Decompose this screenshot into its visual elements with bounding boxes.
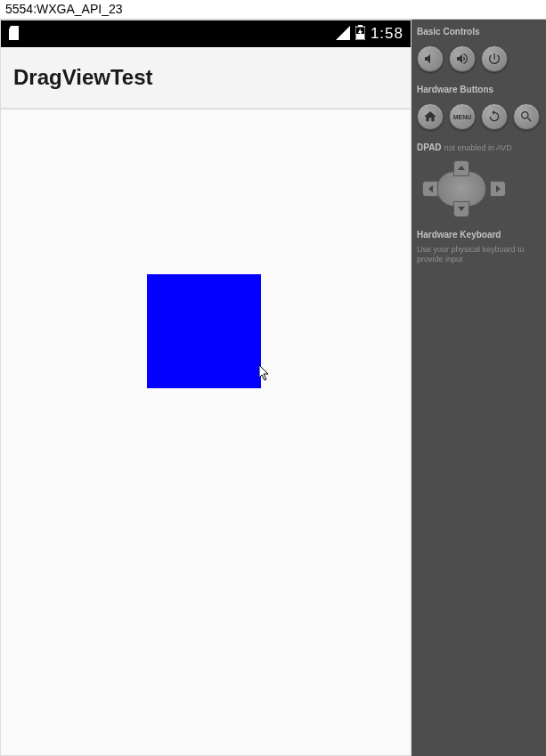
signal-icon (336, 26, 350, 43)
app-content-area[interactable] (1, 110, 411, 755)
svg-rect-2 (356, 34, 364, 39)
dpad-note: not enabled in AVD (444, 143, 511, 152)
app-title: DragViewTest (13, 65, 153, 89)
window-title: 5554:WXGA_API_23 (0, 0, 546, 20)
device-screen: 1:58 DragViewTest (0, 20, 412, 756)
dpad-control (417, 162, 506, 215)
menu-button[interactable]: MENU (449, 103, 476, 130)
volume-down-button[interactable] (417, 45, 444, 72)
dpad-right-button[interactable] (490, 181, 506, 197)
hardware-buttons-label: Hardware Buttons (417, 85, 541, 94)
keyboard-label: Hardware Keyboard (417, 230, 541, 240)
keyboard-note: Use your physical keyboard to provide in… (417, 245, 541, 265)
volume-up-button[interactable] (449, 45, 476, 72)
basic-controls-label: Basic Controls (417, 27, 541, 37)
back-button[interactable] (481, 103, 508, 130)
clock: 1:58 (371, 25, 403, 43)
battery-icon (355, 25, 365, 43)
status-bar: 1:58 (1, 20, 411, 47)
draggable-blue-box[interactable] (147, 274, 261, 388)
power-button[interactable] (481, 45, 508, 72)
emulator-area: 1:58 DragViewTest Basic Controls (0, 20, 546, 756)
emulator-side-panel: Basic Controls Hardware Buttons MENU (412, 20, 546, 756)
app-action-bar: DragViewTest (1, 47, 411, 110)
home-button[interactable] (417, 103, 444, 130)
dpad-down-button[interactable] (453, 201, 469, 217)
sd-card-icon (8, 26, 20, 43)
dpad-up-button[interactable] (453, 160, 469, 176)
dpad-left-button[interactable] (422, 181, 438, 197)
search-button[interactable] (513, 103, 540, 130)
dpad-label: DPAD (417, 142, 442, 152)
